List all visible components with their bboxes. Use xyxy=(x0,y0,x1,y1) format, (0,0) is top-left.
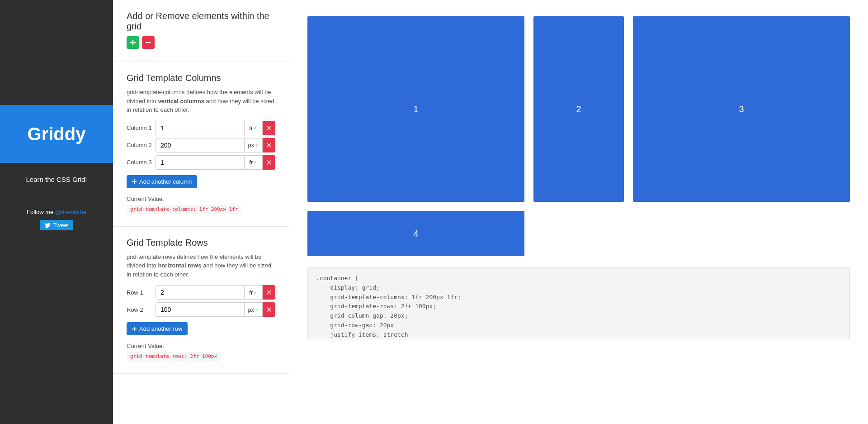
column-row: Column 1 fr✓ xyxy=(127,121,275,135)
unit-text: px xyxy=(248,142,254,148)
delete-column-button[interactable] xyxy=(263,155,275,170)
add-row-button[interactable]: Add another row xyxy=(127,322,188,335)
unit-text: fr xyxy=(249,124,253,131)
delete-column-button[interactable] xyxy=(263,121,275,135)
column-value-input[interactable] xyxy=(156,121,245,135)
columns-current-label: Current Value: xyxy=(127,195,275,202)
columns-current-code: grid-template-columns: 1fr 200px 1fr xyxy=(127,205,241,214)
add-element-button[interactable] xyxy=(127,36,139,49)
delete-row-button[interactable] xyxy=(263,302,275,317)
tagline: Learn the CSS Grid! xyxy=(0,176,113,183)
column-row: Column 2 px✓ xyxy=(127,138,275,152)
columns-section: Grid Template Columns grid-template-colu… xyxy=(113,62,289,227)
svg-rect-0 xyxy=(146,42,151,43)
check-icon: ✓ xyxy=(255,307,259,312)
column-label: Column 1 xyxy=(127,124,156,131)
add-row-label: Add another row xyxy=(139,325,182,332)
grid-cell: 2 xyxy=(533,16,624,202)
plus-icon xyxy=(132,179,137,184)
brand-block: Griddy xyxy=(0,105,113,163)
row-unit-select[interactable]: fr✓ xyxy=(245,285,263,300)
columns-desc-strong: vertical columns xyxy=(158,98,204,105)
x-icon xyxy=(267,307,271,312)
grid-cell: 1 xyxy=(307,16,524,202)
preview-panel: 1 2 3 4 .container { display: grid; grid… xyxy=(289,0,868,424)
sidebar: Griddy Learn the CSS Grid! Follow me @dr… xyxy=(0,0,113,424)
delete-column-button[interactable] xyxy=(263,138,275,152)
brand-title: Griddy xyxy=(28,124,86,144)
minus-icon xyxy=(146,40,151,45)
delete-row-button[interactable] xyxy=(263,285,275,300)
code-output[interactable]: .container { display: grid; grid-templat… xyxy=(307,267,850,339)
column-unit-select[interactable]: fr✓ xyxy=(245,121,263,135)
follow-prefix: Follow me xyxy=(27,209,55,215)
x-icon xyxy=(267,160,271,165)
column-unit-select[interactable]: fr✓ xyxy=(245,155,263,170)
grid-preview: 1 2 3 4 xyxy=(307,16,850,256)
add-column-label: Add another column xyxy=(139,178,192,185)
rows-desc: grid-template-rows defines how the eleme… xyxy=(127,252,275,279)
plus-icon xyxy=(130,40,136,45)
plus-icon xyxy=(132,327,137,331)
rows-section: Grid Template Rows grid-template-rows de… xyxy=(113,227,289,374)
row-value-input[interactable] xyxy=(156,285,245,300)
column-label: Column 2 xyxy=(127,142,156,148)
check-icon: ✓ xyxy=(255,143,259,148)
column-value-input[interactable] xyxy=(156,138,245,152)
rows-current-code: grid-template-rows: 2fr 100px xyxy=(127,352,221,361)
row-label: Row 1 xyxy=(127,289,156,296)
twitter-icon xyxy=(44,222,51,229)
add-column-button[interactable]: Add another column xyxy=(127,175,197,188)
grid-cell: 4 xyxy=(307,211,524,256)
x-icon xyxy=(267,126,271,130)
row-label: Row 2 xyxy=(127,306,156,313)
unit-text: fr xyxy=(249,289,253,296)
column-value-input[interactable] xyxy=(156,155,245,170)
rows-heading: Grid Template Rows xyxy=(127,238,275,248)
row-unit-select[interactable]: px✓ xyxy=(245,302,263,317)
row-row: Row 1 fr✓ xyxy=(127,285,275,300)
check-icon: ✓ xyxy=(254,125,257,130)
follow-line: Follow me @drewisthe xyxy=(0,209,113,215)
column-row: Column 3 fr✓ xyxy=(127,155,275,170)
tweet-label: Tweet xyxy=(53,222,69,229)
grid-cell: 3 xyxy=(633,16,850,202)
rows-current-label: Current Value: xyxy=(127,343,275,349)
column-label: Column 3 xyxy=(127,159,156,166)
x-icon xyxy=(267,290,271,295)
unit-text: px xyxy=(248,306,254,313)
unit-text: fr xyxy=(249,159,253,166)
row-row: Row 2 px✓ xyxy=(127,302,275,317)
check-icon: ✓ xyxy=(254,160,257,165)
columns-heading: Grid Template Columns xyxy=(127,73,275,83)
tweet-button[interactable]: Tweet xyxy=(40,220,74,230)
remove-element-button[interactable] xyxy=(142,36,155,49)
row-value-input[interactable] xyxy=(156,302,245,317)
controls-panel[interactable]: Add or Remove elements within the grid G… xyxy=(113,0,289,424)
column-unit-select[interactable]: px✓ xyxy=(245,138,263,152)
rows-desc-strong: horizontal rows xyxy=(158,262,201,269)
follow-handle-link[interactable]: @drewisthe xyxy=(55,209,86,215)
x-icon xyxy=(267,143,271,148)
check-icon: ✓ xyxy=(254,290,257,295)
app-root: Griddy Learn the CSS Grid! Follow me @dr… xyxy=(0,0,868,424)
add-remove-section: Add or Remove elements within the grid xyxy=(113,0,289,62)
sidebar-spacer xyxy=(0,0,113,105)
add-remove-heading: Add or Remove elements within the grid xyxy=(127,11,275,32)
columns-desc: grid-template-columns defines how the el… xyxy=(127,88,275,114)
